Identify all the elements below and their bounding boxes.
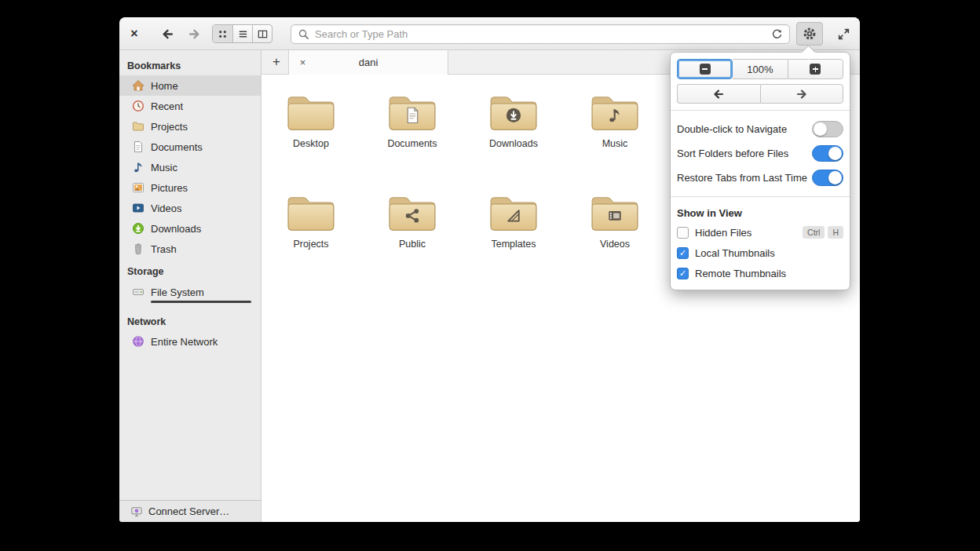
local-thumbnails-row: ✓ Local Thumbnails: [677, 243, 843, 263]
sidebar-item-file-system[interactable]: File System: [119, 281, 261, 308]
search-icon: [298, 28, 309, 40]
sidebar-item-documents[interactable]: Documents: [119, 137, 261, 157]
fullscreen-button[interactable]: [831, 22, 856, 46]
separator: [671, 196, 850, 197]
checkbox-label: Local Thumbnails: [695, 247, 775, 259]
restore-tabs-switch[interactable]: [812, 170, 843, 186]
folder-icon: [287, 194, 335, 233]
restore-tabs-row: Restore Tabs from Last Time: [677, 166, 843, 190]
forward-button[interactable]: [184, 24, 205, 44]
sidebar-item-music[interactable]: Music: [119, 157, 261, 177]
grid-view-button[interactable]: [213, 25, 232, 42]
folder-icon: [591, 194, 639, 233]
sidebar-item-label: Entire Network: [151, 336, 218, 348]
path-search-bar[interactable]: [291, 24, 790, 44]
sidebar-item-projects[interactable]: Projects: [119, 116, 261, 137]
file-item-music[interactable]: Music: [572, 92, 658, 156]
desktop-background: ×: [0, 0, 980, 551]
tab-dani[interactable]: × dani: [288, 50, 448, 75]
zoom-in-icon: [810, 64, 821, 75]
grid-view-icon: [217, 28, 229, 40]
resize-icon: [837, 27, 850, 41]
bookmarks-section-header: Bookmarks: [119, 57, 261, 75]
back-arrow-icon: [161, 27, 174, 41]
switch-knob: [828, 147, 842, 160]
sidebar-item-label: Projects: [151, 121, 188, 133]
hidden-files-checkbox[interactable]: ✓: [677, 227, 689, 239]
sidebar-item-label: Trash: [151, 243, 177, 255]
list-view-button[interactable]: [232, 25, 252, 42]
sidebar-item-label: Home: [151, 80, 178, 92]
double-click-navigate-switch[interactable]: [812, 121, 843, 137]
file-item-documents[interactable]: Documents: [369, 92, 455, 156]
file-item-public[interactable]: Public: [369, 192, 455, 257]
search-input[interactable]: [315, 28, 766, 40]
file-label: Templates: [492, 239, 536, 250]
sort-folders-switch[interactable]: [812, 145, 843, 162]
tab-close-icon[interactable]: ×: [297, 57, 309, 68]
forward-arrow-icon: [188, 27, 201, 41]
new-tab-button[interactable]: +: [268, 53, 285, 71]
sidebar-item-recent[interactable]: Recent: [119, 96, 261, 116]
file-item-templates[interactable]: Templates: [470, 192, 557, 257]
sidebar-item-label: Videos: [151, 203, 182, 214]
check-icon: ✓: [679, 269, 686, 278]
back-button[interactable]: [157, 24, 178, 44]
list-view-icon: [237, 28, 249, 40]
popover-forward-button[interactable]: [760, 84, 844, 104]
disk-usage-bar: [151, 301, 251, 303]
sidebar-item-trash[interactable]: Trash: [119, 239, 261, 259]
switch-knob: [828, 171, 842, 184]
folder-icon: [132, 120, 144, 133]
local-thumbnails-checkbox[interactable]: ✓: [677, 247, 689, 259]
recent-icon: [132, 100, 144, 112]
network-icon: [132, 335, 144, 348]
storage-section-header: Storage: [119, 262, 261, 281]
sidebar-item-label: Music: [151, 162, 177, 173]
sidebar-item-videos[interactable]: Videos: [119, 198, 261, 218]
sidebar-item-home[interactable]: Home: [119, 75, 261, 96]
checkbox-label: Remote Thumbnails: [695, 268, 786, 279]
zoom-out-button[interactable]: [677, 59, 733, 79]
column-view-icon: [257, 28, 269, 40]
music-icon: [132, 161, 144, 173]
folder-icon: [489, 93, 538, 133]
file-item-projects[interactable]: Projects: [268, 192, 354, 257]
sidebar-item-pictures[interactable]: Pictures: [119, 177, 261, 198]
column-view-button[interactable]: [252, 25, 272, 42]
show-in-view-title: Show in View: [677, 203, 843, 222]
sidebar-item-label: File System: [151, 286, 204, 298]
file-label: Projects: [293, 239, 328, 250]
zoom-control: 100%: [677, 59, 843, 79]
file-item-videos[interactable]: Videos: [572, 192, 658, 257]
popover-back-button[interactable]: [677, 84, 760, 104]
toggle-label: Sort Folders before Files: [677, 148, 788, 159]
separator: [671, 110, 850, 111]
remote-thumbnails-checkbox[interactable]: ✓: [677, 268, 689, 279]
sidebar-item-downloads[interactable]: Downloads: [119, 218, 261, 239]
folder-icon: [591, 93, 639, 133]
headerbar: ×: [119, 17, 860, 50]
sidebar: Bookmarks Home Recent Projects Documents…: [119, 50, 261, 522]
switch-knob: [814, 122, 827, 136]
settings-popover: 100% Double-click to Navigate Sort F: [670, 52, 850, 290]
pictures-icon: [132, 181, 144, 194]
downloads-icon: [132, 222, 144, 235]
checkbox-label: Hidden Files: [695, 227, 751, 239]
server-icon: [130, 505, 143, 518]
settings-menu-button[interactable]: [796, 22, 823, 46]
file-label: Videos: [600, 239, 630, 250]
window-close-button[interactable]: ×: [126, 25, 143, 42]
hidden-files-row: ✓ Hidden Files Ctrl H: [677, 222, 843, 243]
connect-server-button[interactable]: Connect Server…: [119, 500, 261, 522]
file-item-desktop[interactable]: Desktop: [268, 92, 354, 156]
refresh-icon[interactable]: [771, 28, 783, 40]
zoom-level[interactable]: 100%: [733, 59, 787, 79]
sidebar-item-label: Downloads: [151, 223, 201, 235]
sidebar-item-label: Pictures: [151, 182, 188, 194]
file-label: Music: [602, 138, 628, 149]
file-item-downloads[interactable]: Downloads: [470, 92, 557, 156]
sidebar-item-entire-network[interactable]: Entire Network: [119, 331, 261, 352]
zoom-in-button[interactable]: [788, 59, 843, 79]
sidebar-item-label: Recent: [151, 100, 183, 112]
